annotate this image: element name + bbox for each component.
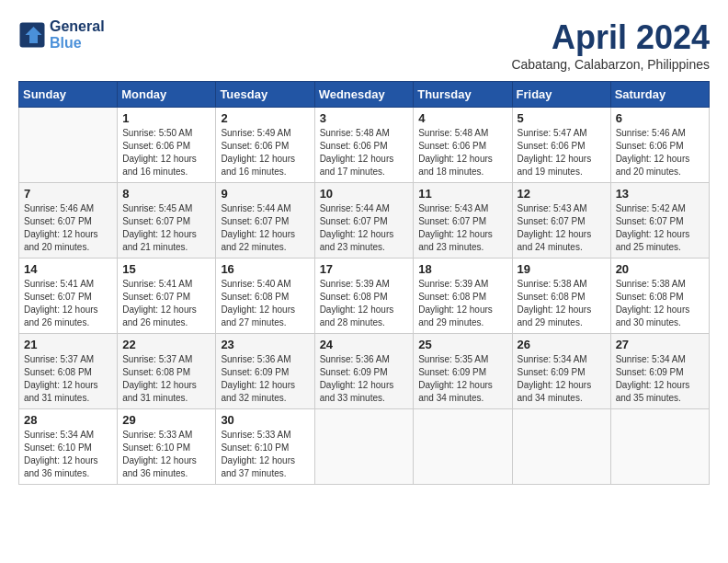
day-number: 2 [221, 111, 309, 125]
day-number: 14 [24, 262, 112, 276]
calendar-cell: 7Sunrise: 5:46 AM Sunset: 6:07 PM Daylig… [19, 183, 118, 259]
day-number: 7 [24, 187, 112, 201]
logo-text: General Blue [50, 18, 105, 52]
calendar-cell: 20Sunrise: 5:38 AM Sunset: 6:08 PM Dayli… [610, 259, 709, 334]
calendar-cell [610, 409, 709, 485]
day-number: 25 [418, 338, 506, 351]
calendar-cell [314, 409, 414, 485]
day-info: Sunrise: 5:43 AM Sunset: 6:07 PM Dayligh… [518, 202, 606, 254]
calendar-cell: 11Sunrise: 5:43 AM Sunset: 6:07 PM Dayli… [414, 183, 512, 259]
calendar-cell: 17Sunrise: 5:39 AM Sunset: 6:08 PM Dayli… [314, 259, 414, 334]
title-section: April 2024 Cabatang, Calabarzon, Philipp… [511, 18, 710, 72]
calendar-cell: 22Sunrise: 5:37 AM Sunset: 6:08 PM Dayli… [118, 334, 216, 409]
calendar-week-row: 7Sunrise: 5:46 AM Sunset: 6:07 PM Daylig… [19, 183, 710, 259]
calendar-cell: 29Sunrise: 5:33 AM Sunset: 6:10 PM Dayli… [118, 409, 216, 485]
day-number: 17 [320, 262, 409, 276]
calendar-cell: 10Sunrise: 5:44 AM Sunset: 6:07 PM Dayli… [314, 183, 414, 259]
header-wednesday: Wednesday [314, 82, 414, 108]
calendar-cell: 12Sunrise: 5:43 AM Sunset: 6:07 PM Dayli… [512, 183, 610, 259]
day-number: 27 [616, 338, 704, 351]
calendar-cell: 4Sunrise: 5:48 AM Sunset: 6:06 PM Daylig… [414, 108, 512, 183]
day-number: 22 [122, 338, 210, 351]
calendar-table: Sunday Monday Tuesday Wednesday Thursday… [18, 81, 710, 485]
calendar-cell: 5Sunrise: 5:47 AM Sunset: 6:06 PM Daylig… [512, 108, 610, 183]
day-number: 15 [122, 262, 210, 276]
day-info: Sunrise: 5:38 AM Sunset: 6:08 PM Dayligh… [616, 278, 704, 329]
calendar-cell: 26Sunrise: 5:34 AM Sunset: 6:09 PM Dayli… [512, 334, 610, 409]
calendar-cell: 27Sunrise: 5:34 AM Sunset: 6:09 PM Dayli… [610, 334, 709, 409]
day-number: 21 [24, 338, 112, 351]
calendar-cell: 13Sunrise: 5:42 AM Sunset: 6:07 PM Dayli… [610, 183, 709, 259]
month-title: April 2024 [511, 18, 710, 57]
logo: General Blue [18, 18, 105, 52]
day-number: 3 [320, 111, 409, 125]
calendar-cell: 28Sunrise: 5:34 AM Sunset: 6:10 PM Dayli… [19, 409, 118, 485]
calendar-cell: 21Sunrise: 5:37 AM Sunset: 6:08 PM Dayli… [19, 334, 118, 409]
calendar-cell: 15Sunrise: 5:41 AM Sunset: 6:07 PM Dayli… [118, 259, 216, 334]
day-number: 20 [616, 262, 704, 276]
day-info: Sunrise: 5:39 AM Sunset: 6:08 PM Dayligh… [418, 278, 506, 329]
location-subtitle: Cabatang, Calabarzon, Philippines [511, 57, 710, 72]
day-info: Sunrise: 5:33 AM Sunset: 6:10 PM Dayligh… [221, 429, 309, 480]
page-header: General Blue April 2024 Cabatang, Calaba… [18, 18, 710, 72]
day-info: Sunrise: 5:41 AM Sunset: 6:07 PM Dayligh… [122, 278, 210, 329]
day-info: Sunrise: 5:35 AM Sunset: 6:09 PM Dayligh… [418, 353, 506, 405]
header-tuesday: Tuesday [216, 82, 314, 108]
calendar-cell [512, 409, 610, 485]
day-info: Sunrise: 5:42 AM Sunset: 6:07 PM Dayligh… [616, 202, 704, 254]
day-number: 30 [221, 413, 309, 427]
day-info: Sunrise: 5:36 AM Sunset: 6:09 PM Dayligh… [221, 353, 309, 405]
day-number: 19 [518, 262, 606, 276]
day-info: Sunrise: 5:47 AM Sunset: 6:06 PM Dayligh… [518, 127, 606, 178]
calendar-week-row: 14Sunrise: 5:41 AM Sunset: 6:07 PM Dayli… [19, 259, 710, 334]
header-friday: Friday [512, 82, 610, 108]
day-number: 29 [122, 413, 210, 427]
day-info: Sunrise: 5:37 AM Sunset: 6:08 PM Dayligh… [24, 353, 112, 405]
day-info: Sunrise: 5:39 AM Sunset: 6:08 PM Dayligh… [320, 278, 409, 329]
day-number: 6 [616, 111, 704, 125]
day-number: 18 [418, 262, 506, 276]
calendar-cell: 3Sunrise: 5:48 AM Sunset: 6:06 PM Daylig… [314, 108, 414, 183]
day-info: Sunrise: 5:37 AM Sunset: 6:08 PM Dayligh… [122, 353, 210, 405]
day-number: 12 [518, 187, 606, 201]
calendar-cell: 6Sunrise: 5:46 AM Sunset: 6:06 PM Daylig… [610, 108, 709, 183]
calendar-week-row: 21Sunrise: 5:37 AM Sunset: 6:08 PM Dayli… [19, 334, 710, 409]
calendar-cell: 30Sunrise: 5:33 AM Sunset: 6:10 PM Dayli… [216, 409, 314, 485]
day-number: 9 [221, 187, 309, 201]
day-info: Sunrise: 5:49 AM Sunset: 6:06 PM Dayligh… [221, 127, 309, 178]
day-info: Sunrise: 5:38 AM Sunset: 6:08 PM Dayligh… [518, 278, 606, 329]
logo-icon [18, 21, 46, 49]
day-info: Sunrise: 5:34 AM Sunset: 6:10 PM Dayligh… [24, 429, 112, 480]
calendar-week-row: 28Sunrise: 5:34 AM Sunset: 6:10 PM Dayli… [19, 409, 710, 485]
calendar-cell: 2Sunrise: 5:49 AM Sunset: 6:06 PM Daylig… [216, 108, 314, 183]
header-monday: Monday [118, 82, 216, 108]
day-number: 28 [24, 413, 112, 427]
day-info: Sunrise: 5:50 AM Sunset: 6:06 PM Dayligh… [122, 127, 210, 178]
day-number: 16 [221, 262, 309, 276]
day-info: Sunrise: 5:48 AM Sunset: 6:06 PM Dayligh… [418, 127, 506, 178]
day-info: Sunrise: 5:34 AM Sunset: 6:09 PM Dayligh… [518, 353, 606, 405]
day-info: Sunrise: 5:45 AM Sunset: 6:07 PM Dayligh… [122, 202, 210, 254]
calendar-cell: 8Sunrise: 5:45 AM Sunset: 6:07 PM Daylig… [118, 183, 216, 259]
calendar-week-row: 1Sunrise: 5:50 AM Sunset: 6:06 PM Daylig… [19, 108, 710, 183]
day-number: 24 [320, 338, 409, 351]
header-saturday: Saturday [610, 82, 709, 108]
calendar-cell: 1Sunrise: 5:50 AM Sunset: 6:06 PM Daylig… [118, 108, 216, 183]
day-info: Sunrise: 5:43 AM Sunset: 6:07 PM Dayligh… [418, 202, 506, 254]
calendar-cell: 24Sunrise: 5:36 AM Sunset: 6:09 PM Dayli… [314, 334, 414, 409]
day-number: 11 [418, 187, 506, 201]
calendar-cell: 23Sunrise: 5:36 AM Sunset: 6:09 PM Dayli… [216, 334, 314, 409]
day-info: Sunrise: 5:36 AM Sunset: 6:09 PM Dayligh… [320, 353, 409, 405]
calendar-cell: 16Sunrise: 5:40 AM Sunset: 6:08 PM Dayli… [216, 259, 314, 334]
day-number: 23 [221, 338, 309, 351]
header-sunday: Sunday [19, 82, 118, 108]
calendar-cell: 9Sunrise: 5:44 AM Sunset: 6:07 PM Daylig… [216, 183, 314, 259]
day-number: 4 [418, 111, 506, 125]
day-info: Sunrise: 5:46 AM Sunset: 6:07 PM Dayligh… [24, 202, 112, 254]
header-thursday: Thursday [414, 82, 512, 108]
day-info: Sunrise: 5:44 AM Sunset: 6:07 PM Dayligh… [221, 202, 309, 254]
calendar-cell: 19Sunrise: 5:38 AM Sunset: 6:08 PM Dayli… [512, 259, 610, 334]
day-number: 1 [122, 111, 210, 125]
day-info: Sunrise: 5:40 AM Sunset: 6:08 PM Dayligh… [221, 278, 309, 329]
day-info: Sunrise: 5:33 AM Sunset: 6:10 PM Dayligh… [122, 429, 210, 480]
